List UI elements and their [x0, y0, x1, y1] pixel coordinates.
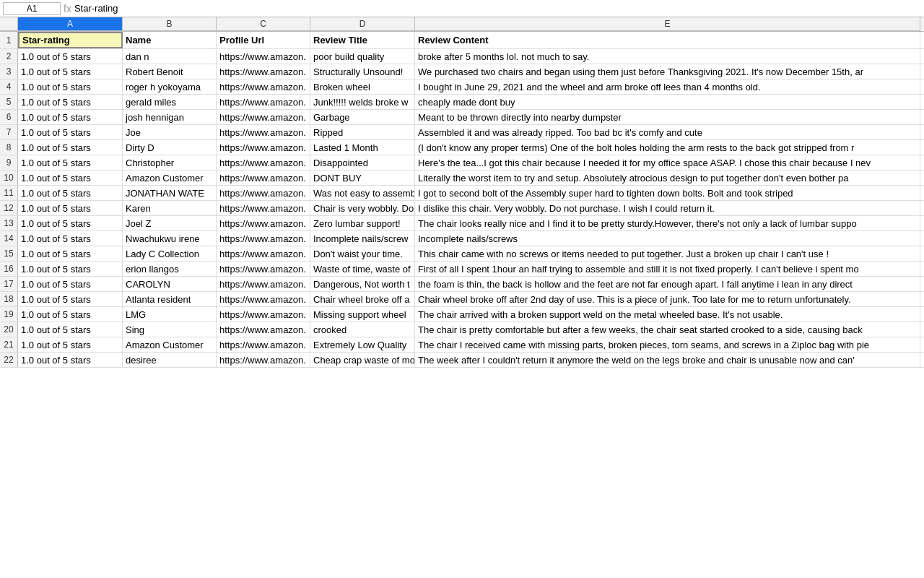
- cell-13-e[interactable]: The chair looks really nice and I find i…: [415, 216, 920, 230]
- cell-22-b[interactable]: desiree: [123, 353, 217, 367]
- cell-13-c[interactable]: https://www.amazon.: [217, 216, 310, 230]
- cell-17-a[interactable]: 1.0 out of 5 stars: [18, 277, 123, 291]
- cell-9-c[interactable]: https://www.amazon.: [217, 155, 310, 170]
- cell-15-a[interactable]: 1.0 out of 5 stars: [18, 246, 123, 261]
- cell-21-b[interactable]: Amazon Customer: [123, 337, 217, 352]
- cell-21-a[interactable]: 1.0 out of 5 stars: [18, 337, 123, 352]
- cell-20-e[interactable]: The chair is pretty comfortable but afte…: [415, 322, 920, 337]
- cell-9-b[interactable]: Christopher: [123, 155, 217, 170]
- cell-21-d[interactable]: Extremely Low Quality: [310, 337, 415, 352]
- cell-15-b[interactable]: Lady C Collection: [123, 246, 217, 261]
- cell-20-b[interactable]: Sing: [123, 322, 217, 337]
- cell-3-a[interactable]: 1.0 out of 5 stars: [18, 64, 123, 79]
- cell-18-c[interactable]: https://www.amazon.: [217, 292, 310, 306]
- cell-8-a[interactable]: 1.0 out of 5 stars: [18, 140, 123, 155]
- cell-5-a[interactable]: 1.0 out of 5 stars: [18, 95, 123, 109]
- cell-22-e[interactable]: The week after I couldn't return it anym…: [415, 353, 920, 367]
- cell-11-a[interactable]: 1.0 out of 5 stars: [18, 186, 123, 200]
- cell-1-e[interactable]: Review Content: [415, 32, 920, 48]
- cell-6-e[interactable]: Meant to be thrown directly into nearby …: [415, 110, 920, 124]
- cell-18-a[interactable]: 1.0 out of 5 stars: [18, 292, 123, 306]
- cell-18-b[interactable]: Atlanta resident: [123, 292, 217, 306]
- cell-16-d[interactable]: Waste of time, waste of: [310, 262, 415, 276]
- cell-6-a[interactable]: 1.0 out of 5 stars: [18, 110, 123, 124]
- cell-3-e[interactable]: We purchased two chairs and began using …: [415, 64, 920, 79]
- cell-9-e[interactable]: Here's the tea...I got this chair becaus…: [415, 155, 920, 170]
- cell-5-e[interactable]: cheaply made dont buy: [415, 95, 920, 109]
- cell-4-b[interactable]: roger h yokoyama: [123, 79, 217, 94]
- cell-1-d[interactable]: Review Title: [310, 32, 415, 48]
- cell-19-d[interactable]: Missing support wheel: [310, 307, 415, 322]
- cell-7-b[interactable]: Joe: [123, 125, 217, 139]
- cell-10-a[interactable]: 1.0 out of 5 stars: [18, 171, 123, 185]
- cell-12-a[interactable]: 1.0 out of 5 stars: [18, 201, 123, 215]
- cell-3-c[interactable]: https://www.amazon.: [217, 64, 310, 79]
- cell-2-c[interactable]: https://www.amazon.: [217, 49, 310, 64]
- cell-12-c[interactable]: https://www.amazon.: [217, 201, 310, 215]
- cell-16-b[interactable]: erion llangos: [123, 262, 217, 276]
- cell-11-d[interactable]: Was not easy to assembl: [310, 186, 415, 200]
- cell-17-d[interactable]: Dangerous, Not worth t: [310, 277, 415, 291]
- col-header-d[interactable]: D: [310, 17, 415, 31]
- cell-5-d[interactable]: Junk!!!!! welds broke w: [310, 95, 415, 109]
- cell-15-d[interactable]: Don't waist your time.: [310, 246, 415, 261]
- cell-9-d[interactable]: Disappointed: [310, 155, 415, 170]
- cell-10-b[interactable]: Amazon Customer: [123, 171, 217, 185]
- cell-4-d[interactable]: Broken wheel: [310, 79, 415, 94]
- cell-8-b[interactable]: Dirty D: [123, 140, 217, 155]
- cell-22-a[interactable]: 1.0 out of 5 stars: [18, 353, 123, 367]
- cell-1-c[interactable]: Profile Url: [217, 32, 310, 48]
- cell-13-a[interactable]: 1.0 out of 5 stars: [18, 216, 123, 230]
- cell-19-e[interactable]: The chair arrived with a broken support …: [415, 307, 920, 322]
- cell-19-c[interactable]: https://www.amazon.: [217, 307, 310, 322]
- cell-8-c[interactable]: https://www.amazon.: [217, 140, 310, 155]
- col-header-b[interactable]: B: [123, 17, 217, 31]
- cell-20-d[interactable]: crooked: [310, 322, 415, 337]
- cell-13-b[interactable]: Joel Z: [123, 216, 217, 230]
- cell-4-e[interactable]: I bought in June 29, 2021 and the wheel …: [415, 79, 920, 94]
- cell-17-b[interactable]: CAROLYN: [123, 277, 217, 291]
- cell-21-e[interactable]: The chair I received came with missing p…: [415, 337, 920, 352]
- cell-14-e[interactable]: Incomplete nails/screws: [415, 231, 920, 246]
- cell-8-d[interactable]: Lasted 1 Month: [310, 140, 415, 155]
- cell-17-c[interactable]: https://www.amazon.: [217, 277, 310, 291]
- cell-15-e[interactable]: This chair came with no screws or items …: [415, 246, 920, 261]
- cell-4-a[interactable]: 1.0 out of 5 stars: [18, 79, 123, 94]
- col-header-c[interactable]: C: [217, 17, 310, 31]
- cell-22-c[interactable]: https://www.amazon.: [217, 353, 310, 367]
- cell-18-d[interactable]: Chair wheel broke off a: [310, 292, 415, 306]
- col-header-a[interactable]: A: [18, 17, 123, 31]
- cell-14-d[interactable]: Incomplete nails/screw: [310, 231, 415, 246]
- cell-6-d[interactable]: Garbage: [310, 110, 415, 124]
- cell-14-b[interactable]: Nwachukwu irene: [123, 231, 217, 246]
- cell-2-a[interactable]: 1.0 out of 5 stars: [18, 49, 123, 64]
- cell-16-e[interactable]: First of all I spent 1hour an half tryin…: [415, 262, 920, 276]
- cell-16-a[interactable]: 1.0 out of 5 stars: [18, 262, 123, 276]
- cell-1-b[interactable]: Name: [123, 32, 217, 48]
- cell-20-a[interactable]: 1.0 out of 5 stars: [18, 322, 123, 337]
- cell-15-c[interactable]: https://www.amazon.: [217, 246, 310, 261]
- cell-5-c[interactable]: https://www.amazon.: [217, 95, 310, 109]
- cell-14-a[interactable]: 1.0 out of 5 stars: [18, 231, 123, 246]
- cell-4-c[interactable]: https://www.amazon.: [217, 79, 310, 94]
- cell-6-c[interactable]: https://www.amazon.: [217, 110, 310, 124]
- cell-20-c[interactable]: https://www.amazon.: [217, 322, 310, 337]
- cell-10-d[interactable]: DONT BUY: [310, 171, 415, 185]
- cell-7-d[interactable]: Ripped: [310, 125, 415, 139]
- cell-18-e[interactable]: Chair wheel broke off after 2nd day of u…: [415, 292, 920, 306]
- cell-2-e[interactable]: broke after 5 months lol. not much to sa…: [415, 49, 920, 64]
- cell-2-d[interactable]: poor build quality: [310, 49, 415, 64]
- cell-14-c[interactable]: https://www.amazon.: [217, 231, 310, 246]
- cell-19-a[interactable]: 1.0 out of 5 stars: [18, 307, 123, 322]
- cell-12-b[interactable]: Karen: [123, 201, 217, 215]
- cell-16-c[interactable]: https://www.amazon.: [217, 262, 310, 276]
- cell-12-d[interactable]: Chair is very wobbly. Do: [310, 201, 415, 215]
- cell-7-a[interactable]: 1.0 out of 5 stars: [18, 125, 123, 139]
- cell-11-b[interactable]: JONATHAN WATE: [123, 186, 217, 200]
- cell-5-b[interactable]: gerald miles: [123, 95, 217, 109]
- cell-11-e[interactable]: I got to second bolt of the Assembly sup…: [415, 186, 920, 200]
- cell-12-e[interactable]: I dislike this chair. Very wobbly. Do no…: [415, 201, 920, 215]
- cell-17-e[interactable]: the foam is thin, the back is hollow and…: [415, 277, 920, 291]
- cell-11-c[interactable]: https://www.amazon.: [217, 186, 310, 200]
- cell-1-a[interactable]: Star-rating: [18, 32, 123, 48]
